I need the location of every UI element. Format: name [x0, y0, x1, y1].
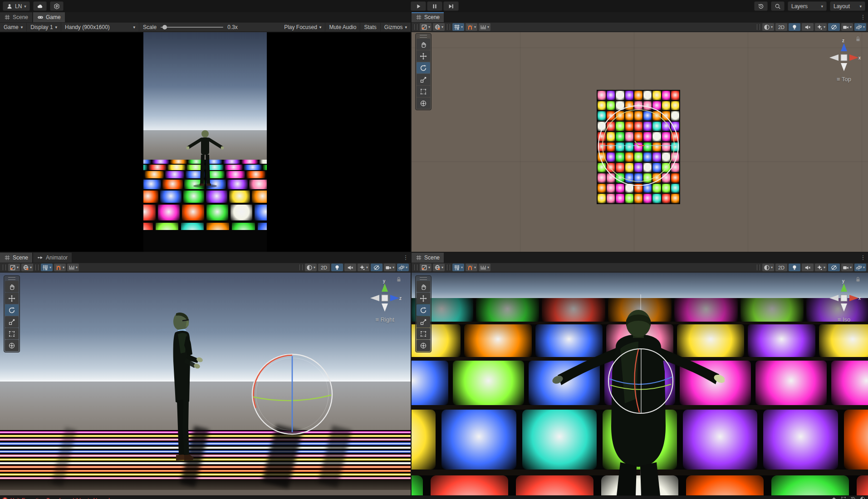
rotate-gizmo[interactable] — [250, 352, 334, 436]
grid-visual-button[interactable]: ▾ — [433, 264, 445, 271]
scene-viewport-iso[interactable]: y x ≡ Iso — [412, 273, 868, 495]
audio-mute-button[interactable] — [344, 264, 356, 271]
rotate-tool-button[interactable] — [417, 304, 430, 316]
tool-settings-button[interactable]: ▾ — [420, 264, 432, 271]
camera-preview-button[interactable]: ▾ — [841, 264, 853, 271]
scene-gizmo-button[interactable]: ▾ — [397, 264, 409, 271]
snap-magnet-button[interactable]: ▾ — [54, 264, 66, 271]
status-bar[interactable]: UnityException: Transform child out of b… — [0, 495, 868, 499]
transform-tool-button[interactable] — [417, 98, 430, 109]
mode-2d-button[interactable]: 2D — [318, 264, 330, 271]
plastic-scm-button[interactable] — [50, 1, 64, 11]
rect-tool-button[interactable] — [417, 86, 430, 97]
tool-settings-button[interactable]: ▾ — [8, 264, 20, 271]
scene-gizmo-button[interactable]: ▾ — [854, 264, 866, 271]
mode-2d-button[interactable]: 2D — [775, 264, 787, 271]
lock-icon[interactable] — [855, 276, 861, 283]
resolution-dropdown[interactable]: Handy (900x1600)▾ — [61, 23, 139, 31]
scale-slider[interactable] — [161, 27, 223, 28]
panel-menu-button[interactable]: ⋮ — [402, 254, 409, 261]
panel-menu-button[interactable]: ⋮ — [860, 254, 866, 261]
scene-visibility-button[interactable] — [371, 264, 383, 271]
tool-strip-handle[interactable] — [5, 277, 19, 280]
rect-tool-button[interactable] — [417, 328, 430, 339]
grid-visual-button[interactable]: ▾ — [21, 264, 33, 271]
status-activity-icon[interactable] — [831, 496, 837, 499]
tool-strip-handle[interactable] — [417, 34, 430, 38]
game-display-mode-dropdown[interactable]: Game▾ — [0, 23, 26, 31]
move-tool-button[interactable] — [417, 293, 430, 304]
grid-snap-y-button[interactable]: Y▾ — [452, 264, 464, 271]
orientation-gizmo[interactable]: y z — [368, 278, 402, 313]
grid-visual-button[interactable]: ▾ — [433, 23, 445, 31]
shading-mode-button[interactable]: ▾ — [762, 264, 774, 271]
view-hand-tool-button[interactable] — [417, 39, 430, 50]
move-tool-button[interactable] — [417, 50, 430, 62]
orientation-gizmo[interactable]: y x — [827, 278, 861, 313]
snap-increment-button[interactable]: ▾ — [67, 264, 79, 271]
move-tool-button[interactable] — [5, 293, 19, 304]
play-focused-dropdown[interactable]: Play Focused▾ — [280, 23, 325, 31]
grid-snap-y-button[interactable]: Y▾ — [41, 264, 53, 271]
tab-scene[interactable]: Scene — [412, 253, 444, 263]
transform-tool-button[interactable] — [417, 340, 430, 351]
status-message[interactable]: UnityException: Transform child out of b… — [2, 496, 112, 499]
step-button[interactable] — [443, 1, 459, 11]
audio-mute-button[interactable] — [802, 23, 814, 31]
rotate-gizmo[interactable] — [597, 104, 680, 187]
view-projection-label[interactable]: ≡ Right — [364, 316, 405, 323]
status-activity-icon[interactable] — [860, 496, 865, 499]
scale-tool-button[interactable] — [417, 316, 430, 328]
tab-scene[interactable]: Scene — [412, 12, 444, 22]
tab-scene[interactable]: Scene — [0, 12, 32, 22]
rotate-tool-button[interactable] — [417, 62, 430, 73]
scale-slider-knob[interactable] — [162, 25, 167, 29]
search-button[interactable] — [771, 1, 785, 11]
lighting-button[interactable] — [789, 23, 800, 31]
stats-toggle[interactable]: Stats — [360, 23, 380, 31]
tool-strip-handle[interactable] — [417, 277, 430, 280]
snap-magnet-button[interactable]: ▾ — [466, 264, 477, 271]
orientation-gizmo[interactable]: z x — [827, 38, 861, 72]
effects-button[interactable]: ▾ — [358, 264, 369, 271]
view-hand-tool-button[interactable] — [417, 281, 430, 292]
view-projection-label[interactable]: ≡ Top — [824, 76, 864, 83]
scene-viewport-right[interactable]: y z ≡ Right — [0, 273, 411, 495]
camera-preview-button[interactable]: ▾ — [841, 23, 853, 31]
effects-button[interactable]: ▾ — [815, 264, 827, 271]
tab-animator[interactable]: Animator — [33, 253, 72, 263]
tool-settings-button[interactable]: ▾ — [420, 23, 432, 31]
lighting-button[interactable] — [331, 264, 343, 271]
transform-tool-button[interactable] — [5, 340, 19, 351]
scene-gizmo-button[interactable]: ▾ — [854, 23, 866, 31]
undo-history-button[interactable] — [754, 1, 768, 11]
rotate-tool-button[interactable] — [5, 304, 19, 316]
layers-dropdown[interactable]: Layers ▾ — [788, 1, 827, 11]
lock-icon[interactable] — [396, 276, 402, 283]
status-activity-icon[interactable] — [841, 496, 846, 499]
pause-button[interactable] — [427, 1, 442, 11]
gizmos-dropdown[interactable]: Gizmos▾ — [381, 23, 411, 31]
shading-mode-button[interactable]: ▾ — [305, 264, 317, 271]
cloud-services-button[interactable] — [33, 1, 47, 11]
rotate-gizmo[interactable] — [607, 347, 675, 415]
audio-mute-button[interactable] — [802, 264, 814, 271]
scene-viewport-top[interactable]: z x ≡ Top — [412, 32, 868, 252]
effects-button[interactable]: ▾ — [815, 23, 827, 31]
snap-increment-button[interactable]: ▾ — [479, 23, 490, 31]
status-activity-icon[interactable] — [850, 496, 856, 499]
account-button[interactable]: LN ▾ — [3, 1, 30, 11]
grid-snap-y-button[interactable]: Y▾ — [452, 23, 464, 31]
lock-icon[interactable] — [855, 36, 861, 42]
snap-increment-button[interactable]: ▾ — [479, 264, 490, 271]
lighting-button[interactable] — [789, 264, 800, 271]
game-render-area[interactable] — [0, 32, 411, 252]
rect-tool-button[interactable] — [5, 328, 19, 339]
scale-tool-button[interactable] — [5, 316, 19, 328]
tab-scene[interactable]: Scene — [0, 253, 32, 263]
scene-visibility-button[interactable] — [828, 264, 840, 271]
display-dropdown[interactable]: Display 1▾ — [27, 23, 61, 31]
play-button[interactable] — [411, 1, 426, 11]
shading-mode-button[interactable]: ▾ — [762, 23, 774, 31]
view-hand-tool-button[interactable] — [5, 281, 19, 292]
